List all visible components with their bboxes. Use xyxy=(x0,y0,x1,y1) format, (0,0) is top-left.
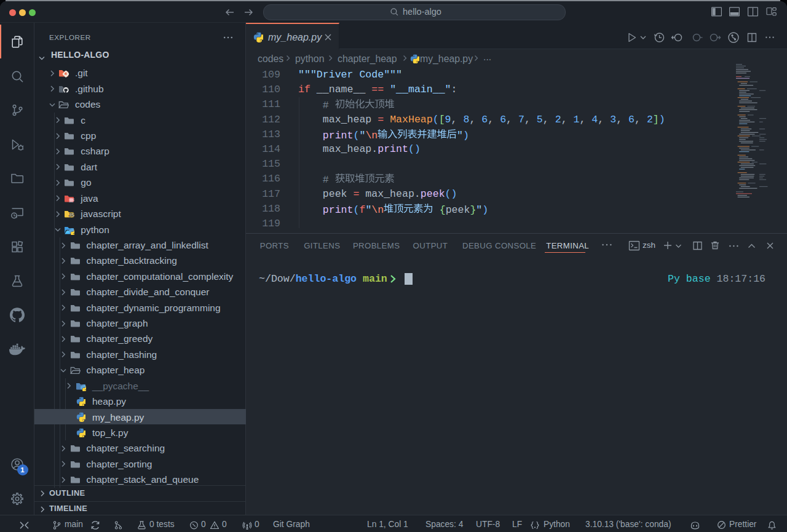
svg-text:JS: JS xyxy=(69,213,75,218)
